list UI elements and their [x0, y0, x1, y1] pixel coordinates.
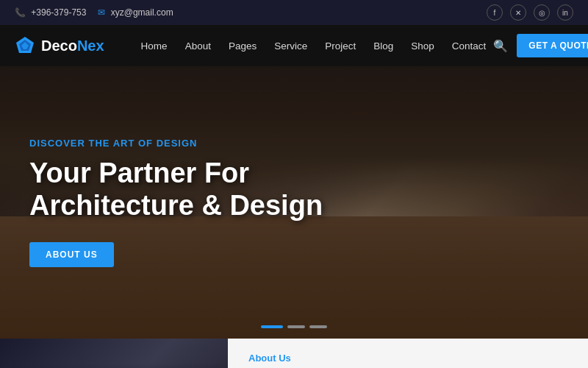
hero-title: Your Partner For Architecture & Design — [29, 158, 397, 222]
email-address: xyz@gmail.com — [111, 7, 173, 18]
navbar: DecoNex Home About Pages Service Project… — [0, 25, 588, 66]
hero-title-line1: Your Partner For — [29, 158, 249, 188]
hero-content: DISCOVER THE ART OF DESIGN Your Partner … — [0, 66, 588, 339]
instagram-icon[interactable]: ◎ — [534, 4, 550, 21]
nav-links: Home About Pages Service Project Blog Sh… — [134, 36, 494, 56]
about-us-button[interactable]: ABOUT US — [29, 242, 114, 267]
email-contact[interactable]: ✉ xyz@gmail.com — [98, 7, 173, 18]
nav-contact[interactable]: Contact — [445, 36, 494, 56]
nav-pages[interactable]: Pages — [221, 36, 264, 56]
logo[interactable]: DecoNex — [15, 35, 104, 56]
phone-contact[interactable]: 📞 +396-379-753 — [15, 7, 86, 18]
logo-text-1: Deco — [41, 38, 77, 54]
nav-project[interactable]: Project — [318, 36, 363, 56]
slider-dot-2[interactable] — [287, 325, 305, 328]
logo-text: DecoNex — [41, 38, 104, 54]
get-quote-button[interactable]: GET A QUOTE — [517, 34, 588, 57]
logo-text-2: Nex — [77, 38, 104, 54]
nav-service[interactable]: Service — [267, 36, 315, 56]
hero-title-line2: Architecture & Design — [29, 190, 323, 221]
bottom-section: About Us Your Creative Design Partner — [0, 339, 588, 368]
about-label: About Us — [248, 353, 472, 364]
phone-icon: 📞 — [15, 7, 26, 18]
phone-number: +396-379-753 — [31, 7, 86, 18]
top-bar-contact: 📞 +396-379-753 ✉ xyz@gmail.com — [15, 7, 173, 18]
email-icon: ✉ — [98, 7, 105, 18]
about-text: About Us Your Creative Design Partner — [228, 339, 492, 368]
facebook-icon[interactable]: f — [487, 4, 503, 21]
slider-dots — [261, 325, 327, 328]
nav-right: 🔍 GET A QUOTE — [493, 34, 588, 57]
hero-tagline: DISCOVER THE ART OF DESIGN — [29, 138, 559, 149]
about-image — [0, 339, 228, 368]
nav-about[interactable]: About — [178, 36, 218, 56]
nav-home[interactable]: Home — [134, 36, 175, 56]
hero-section: DISCOVER THE ART OF DESIGN Your Partner … — [0, 66, 588, 339]
nav-shop[interactable]: Shop — [404, 36, 442, 56]
logo-icon — [15, 35, 35, 56]
slider-dot-1[interactable] — [261, 325, 283, 328]
slider-dot-3[interactable] — [309, 325, 327, 328]
top-bar: 📞 +396-379-753 ✉ xyz@gmail.com f ✕ ◎ in — [0, 0, 588, 25]
linkedin-icon[interactable]: in — [557, 4, 573, 21]
nav-blog[interactable]: Blog — [366, 36, 401, 56]
social-links: f ✕ ◎ in — [487, 4, 573, 21]
twitter-icon[interactable]: ✕ — [510, 4, 526, 21]
search-icon[interactable]: 🔍 — [493, 39, 508, 53]
